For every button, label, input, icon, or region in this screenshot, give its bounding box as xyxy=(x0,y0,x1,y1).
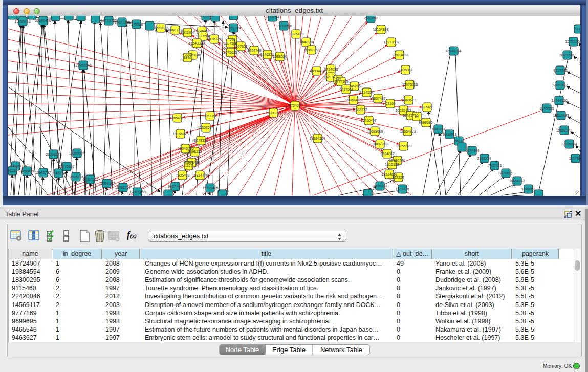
svg-text:8454749: 8454749 xyxy=(247,49,261,52)
svg-text:8215955: 8215955 xyxy=(540,106,554,110)
svg-text:9699695: 9699695 xyxy=(419,121,432,124)
svg-text:39159: 39159 xyxy=(8,169,17,172)
svg-text:1167533: 1167533 xyxy=(569,157,580,160)
svg-text:1588520: 1588520 xyxy=(273,55,287,58)
svg-text:13640910: 13640910 xyxy=(298,40,314,44)
svg-text:9777169: 9777169 xyxy=(334,80,348,83)
svg-text:1145194: 1145194 xyxy=(52,171,66,175)
svg-text:8912954: 8912954 xyxy=(181,31,194,34)
svg-text:9463627: 9463627 xyxy=(402,98,416,102)
svg-text:10120746: 10120746 xyxy=(389,159,405,162)
svg-text:10958107: 10958107 xyxy=(99,182,115,185)
svg-text:18807249: 18807249 xyxy=(372,142,387,146)
svg-text:19384554: 19384554 xyxy=(309,137,325,140)
svg-text:19716485: 19716485 xyxy=(202,186,218,190)
svg-text:3675685: 3675685 xyxy=(223,51,237,54)
svg-text:19166825: 19166825 xyxy=(172,132,188,136)
svg-text:2087682: 2087682 xyxy=(364,16,378,20)
svg-text:8990443: 8990443 xyxy=(310,69,323,73)
svg-text:252254: 252254 xyxy=(392,176,404,179)
svg-text:7485063: 7485063 xyxy=(398,68,412,72)
svg-text:985061: 985061 xyxy=(10,164,21,168)
svg-text:8678352: 8678352 xyxy=(194,139,208,142)
svg-text:8660123: 8660123 xyxy=(168,28,182,32)
svg-text:16648784: 16648784 xyxy=(445,49,461,53)
svg-text:10671355: 10671355 xyxy=(114,20,130,24)
svg-text:9329996: 9329996 xyxy=(560,53,574,57)
svg-text:8813054: 8813054 xyxy=(265,16,279,19)
svg-text:64: 64 xyxy=(415,115,419,118)
svg-text:3498222: 3498222 xyxy=(188,150,202,154)
svg-text:18724007: 18724007 xyxy=(287,104,302,107)
svg-text:1112: 1112 xyxy=(575,27,580,31)
svg-text:14136141: 14136141 xyxy=(372,184,387,188)
svg-text:12226058: 12226058 xyxy=(193,29,209,33)
svg-text:18300295: 18300295 xyxy=(265,111,281,115)
svg-text:15720407: 15720407 xyxy=(360,119,376,122)
svg-text:9474444: 9474444 xyxy=(465,149,479,152)
svg-text:9896: 9896 xyxy=(183,56,191,59)
svg-text:7357224: 7357224 xyxy=(227,26,241,30)
svg-text:6794028: 6794028 xyxy=(324,68,338,71)
svg-text:1156819: 1156819 xyxy=(20,169,34,173)
svg-text:9684067: 9684067 xyxy=(380,152,394,156)
svg-text:12213987: 12213987 xyxy=(383,40,399,44)
svg-text:9146821: 9146821 xyxy=(260,53,274,56)
svg-text:10025433: 10025433 xyxy=(395,108,411,112)
svg-text:9115460: 9115460 xyxy=(420,105,434,109)
svg-text:19654923: 19654923 xyxy=(169,116,185,120)
svg-text:20206573: 20206573 xyxy=(46,152,61,156)
svg-text:7625402: 7625402 xyxy=(176,173,189,177)
svg-text:11325419: 11325419 xyxy=(288,32,304,36)
svg-text:7632621: 7632621 xyxy=(488,164,502,167)
svg-text:17359924: 17359924 xyxy=(69,151,84,155)
svg-text:10975867: 10975867 xyxy=(58,165,74,168)
svg-text:16210643: 16210643 xyxy=(553,114,569,117)
svg-text:12923468: 12923468 xyxy=(129,190,145,194)
svg-text:12942757: 12942757 xyxy=(35,171,51,174)
svg-text:29053346: 29053346 xyxy=(75,63,91,67)
svg-text:16914479: 16914479 xyxy=(192,173,208,177)
svg-text:16053809: 16053809 xyxy=(198,16,213,18)
svg-text:12975115: 12975115 xyxy=(402,83,418,86)
svg-text:16961758: 16961758 xyxy=(303,48,319,52)
svg-text:10807487: 10807487 xyxy=(369,97,385,100)
svg-text:8938928: 8938928 xyxy=(443,133,456,136)
svg-text:19756928: 19756928 xyxy=(396,144,411,148)
svg-text:16782759: 16782759 xyxy=(115,186,130,189)
svg-text:20691406: 20691406 xyxy=(35,19,51,23)
svg-text:7663822: 7663822 xyxy=(154,26,168,30)
svg-text:10654112: 10654112 xyxy=(509,179,525,183)
svg-text:9245652: 9245652 xyxy=(521,187,535,191)
svg-text:8186328: 8186328 xyxy=(207,37,221,41)
svg-text:62160: 62160 xyxy=(385,102,396,105)
svg-text:6674: 6674 xyxy=(454,139,463,143)
svg-text:8267150: 8267150 xyxy=(203,114,217,118)
svg-text:19654923: 19654923 xyxy=(400,129,416,133)
svg-text:15692971: 15692971 xyxy=(556,128,572,132)
svg-text:17957225: 17957225 xyxy=(82,178,98,181)
svg-text:19218506: 19218506 xyxy=(276,24,292,28)
svg-text:10688609: 10688609 xyxy=(367,129,383,133)
svg-text:7515526: 7515526 xyxy=(129,23,143,26)
svg-text:11353594: 11353594 xyxy=(198,126,214,129)
svg-text:20364456: 20364456 xyxy=(345,98,361,102)
svg-text:12444156: 12444156 xyxy=(551,99,567,102)
svg-text:19055713: 19055713 xyxy=(14,19,30,23)
svg-text:16154808: 16154808 xyxy=(373,28,388,31)
svg-text:2935114: 2935114 xyxy=(477,157,491,160)
svg-text:10973493: 10973493 xyxy=(391,53,407,57)
svg-text:546: 546 xyxy=(229,38,235,41)
svg-text:9657791: 9657791 xyxy=(168,185,182,188)
svg-text:1127: 1127 xyxy=(185,164,192,167)
svg-text:12093822: 12093822 xyxy=(552,83,568,87)
svg-text:2867608: 2867608 xyxy=(233,45,247,48)
svg-text:3124554: 3124554 xyxy=(359,91,373,94)
svg-text:9227342: 9227342 xyxy=(553,69,567,72)
svg-text:7386372: 7386372 xyxy=(353,108,367,112)
svg-text:6497568: 6497568 xyxy=(339,87,353,91)
svg-text:16543382: 16543382 xyxy=(188,41,204,45)
svg-text:1640954: 1640954 xyxy=(431,127,445,131)
svg-text:17016504: 17016504 xyxy=(561,142,577,146)
svg-text:1733426: 1733426 xyxy=(395,187,409,191)
